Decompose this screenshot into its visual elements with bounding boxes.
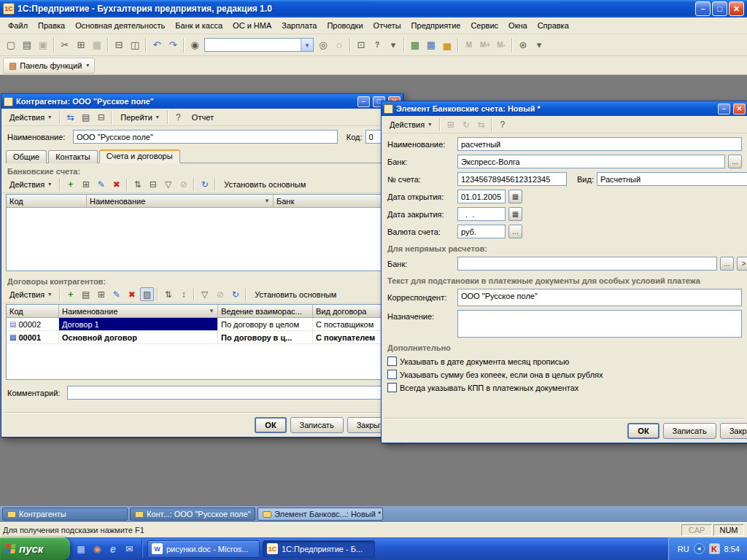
media-player-icon[interactable]: ◉ bbox=[90, 542, 104, 556]
help-icon[interactable]: ? bbox=[171, 110, 185, 124]
open-element-button[interactable]: > bbox=[737, 257, 747, 271]
edit-icon[interactable]: ✎ bbox=[94, 177, 108, 191]
task-1c-enterprise[interactable]: 1С 1С:Предприятие - Б... bbox=[263, 540, 375, 558]
clear-filter-icon[interactable]: ⊘ bbox=[177, 177, 190, 191]
filter-icon[interactable]: ▽ bbox=[198, 287, 212, 301]
mdi-tab-contractors[interactable]: Контрагенты bbox=[2, 508, 128, 521]
close-date-input[interactable]: . . bbox=[457, 207, 506, 221]
undo-icon[interactable]: ↶ bbox=[149, 37, 165, 53]
actions-button[interactable]: Действия ▾ bbox=[4, 177, 56, 192]
find-next-icon[interactable]: ◎ bbox=[315, 37, 331, 53]
report-button[interactable]: Отчет bbox=[187, 110, 219, 125]
copy-icon[interactable]: ⊞ bbox=[73, 37, 89, 53]
menu-main-activity[interactable]: Основная деятельность bbox=[70, 19, 170, 32]
table-row[interactable]: ▤ 00001 Основной договор По договору в ц… bbox=[7, 331, 398, 344]
currency-input[interactable]: руб. bbox=[457, 225, 506, 238]
tools-icon[interactable]: ⊛ bbox=[515, 37, 531, 53]
more-tools-icon[interactable]: ▾ bbox=[531, 37, 547, 53]
set-main-account-button[interactable]: Установить основным bbox=[219, 177, 311, 192]
language-indicator[interactable]: RU bbox=[678, 545, 689, 553]
purpose-textarea[interactable] bbox=[457, 310, 742, 338]
delete-icon[interactable]: ✖ bbox=[109, 177, 123, 191]
contracts-grid-empty-area[interactable] bbox=[7, 344, 398, 379]
spreadsheet-icon[interactable]: ▩ bbox=[407, 37, 423, 53]
delete-icon[interactable]: ✖ bbox=[125, 287, 139, 301]
context-help-icon[interactable]: ? bbox=[369, 37, 385, 53]
add-copy-icon[interactable]: ⊞ bbox=[94, 287, 108, 301]
indirect-bank-picker-button[interactable]: ... bbox=[720, 257, 734, 271]
checkbox-always-kpp[interactable] bbox=[387, 383, 397, 392]
minimize-button[interactable]: – bbox=[718, 104, 730, 114]
bank-picker-button[interactable]: ... bbox=[728, 155, 742, 168]
menu-file[interactable]: Файл bbox=[3, 19, 33, 32]
antivirus-tray-icon[interactable]: K bbox=[709, 543, 720, 554]
new-icon[interactable]: ▢ bbox=[3, 37, 19, 53]
maximize-button[interactable]: □ bbox=[712, 1, 727, 16]
mail-icon[interactable]: ✉ bbox=[123, 542, 136, 556]
print-preview-icon[interactable]: ◫ bbox=[127, 37, 143, 53]
ok-button[interactable]: ОК bbox=[627, 423, 659, 439]
paste-icon[interactable]: ▦ bbox=[89, 37, 105, 53]
calendar-picker-icon[interactable]: ▦ bbox=[508, 207, 522, 221]
filter-icon[interactable]: ▽ bbox=[161, 177, 175, 191]
add-icon[interactable]: + bbox=[63, 287, 77, 301]
start-button[interactable]: пуск bbox=[0, 537, 70, 560]
help-icon[interactable]: ? bbox=[495, 117, 509, 131]
bank-grid-empty-area[interactable] bbox=[7, 208, 398, 271]
clear-filter-icon[interactable]: ⊘ bbox=[213, 287, 227, 301]
menu-windows[interactable]: Окна bbox=[503, 19, 533, 32]
tray-arrow-icon[interactable]: ◄ bbox=[694, 543, 705, 554]
menu-reports[interactable]: Отчеты bbox=[368, 19, 406, 32]
chevron-down-icon[interactable]: ▾ bbox=[301, 39, 313, 51]
menu-enterprise[interactable]: Предприятие bbox=[406, 19, 466, 32]
add-copy-icon[interactable]: ⊞ bbox=[79, 177, 93, 191]
calendar-icon[interactable]: ▦ bbox=[423, 37, 439, 53]
set-main-contract-button[interactable]: Установить основным bbox=[249, 287, 341, 302]
refresh-icon[interactable]: ↻ bbox=[198, 177, 212, 191]
reread-icon[interactable]: ↻ bbox=[459, 117, 473, 131]
refresh-icon[interactable]: ↻ bbox=[228, 287, 242, 301]
open-folder-icon[interactable]: ▤ bbox=[79, 287, 93, 301]
checkbox-no-kopecks[interactable] bbox=[387, 370, 397, 379]
account-kind-select[interactable]: Расчетный bbox=[597, 172, 747, 186]
tree-icon[interactable]: ⊟ bbox=[146, 177, 160, 191]
bank-input[interactable]: Экспресс-Волга bbox=[457, 155, 725, 168]
task-word-document[interactable]: W рисунки.doc - Micros... bbox=[147, 540, 260, 558]
save-button[interactable]: Записать bbox=[290, 417, 344, 433]
navigate-icon[interactable]: ⇆ bbox=[63, 110, 77, 124]
currency-picker-button[interactable]: ... bbox=[508, 225, 522, 238]
redo-icon[interactable]: ↷ bbox=[165, 37, 181, 53]
add-icon[interactable]: + bbox=[63, 177, 77, 191]
open-icon[interactable]: ▤ bbox=[19, 37, 35, 53]
menu-help[interactable]: Справка bbox=[533, 19, 574, 32]
close-button[interactable]: ✕ bbox=[733, 104, 746, 114]
mdi-tab-bank-account-element[interactable]: Элемент Банковс...: Новый * bbox=[258, 508, 383, 521]
table-row[interactable]: ▤ 00002 Договор 1 По договору в целом С … bbox=[7, 318, 398, 331]
actions-button[interactable]: Действия ▾ bbox=[4, 110, 56, 125]
edit-icon[interactable]: ✎ bbox=[109, 287, 123, 301]
memory-icon[interactable]: М bbox=[461, 37, 477, 53]
name-input[interactable]: ООО "Русское поле" bbox=[73, 130, 338, 144]
open-date-input[interactable]: 01.01.2005 bbox=[457, 190, 506, 203]
actions-button[interactable]: Действия ▾ bbox=[384, 117, 436, 132]
close-window-button[interactable]: Закрыть bbox=[720, 423, 747, 439]
ok-button[interactable]: ОК bbox=[255, 417, 286, 433]
copy-element-icon[interactable]: ⊞ bbox=[444, 117, 457, 131]
column-header-bank[interactable]: Банк bbox=[274, 195, 398, 207]
chart-icon[interactable]: ▅ bbox=[439, 37, 455, 53]
column-header-name[interactable]: Наименование ▼ bbox=[87, 195, 274, 207]
checkbox-month-in-words[interactable] bbox=[387, 357, 397, 366]
memory-minus-icon[interactable]: М- bbox=[493, 37, 509, 53]
correspondent-input[interactable]: ООО "Русское поле" bbox=[457, 289, 742, 306]
sort-icon[interactable]: ⇅ bbox=[161, 287, 175, 301]
list-icon[interactable]: ▤ bbox=[79, 110, 93, 124]
close-button[interactable]: ✕ bbox=[729, 1, 744, 16]
move-icon[interactable]: ↕ bbox=[177, 287, 190, 301]
column-header-code[interactable]: Код bbox=[7, 195, 87, 207]
print-icon[interactable]: ⊟ bbox=[111, 37, 127, 53]
tab-accounts-contracts[interactable]: Счета и договоры bbox=[99, 149, 180, 163]
toolbar-options-icon[interactable]: ▾ bbox=[385, 37, 401, 53]
column-header-settlement[interactable]: Ведение взаиморас... bbox=[218, 305, 313, 317]
tree-icon[interactable]: ⊟ bbox=[94, 110, 108, 124]
menu-fixed-assets[interactable]: ОС и НМА bbox=[228, 19, 276, 32]
